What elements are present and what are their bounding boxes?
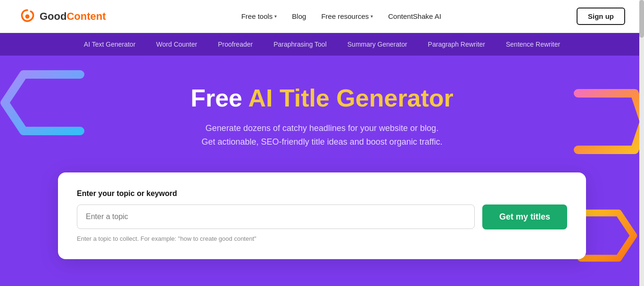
deco-left-icon [0,65,90,159]
subnav-item-summary-generator[interactable]: Summary Generator [337,33,418,56]
subnav-item-sentence-rewriter[interactable]: Sentence Rewriter [495,33,570,56]
card-input-row: Get my titles [77,204,567,229]
nav-free-tools[interactable]: Free tools ▾ [241,12,277,20]
subnav-item-paraphrasing-tool[interactable]: Paraphrasing Tool [263,33,337,56]
logo[interactable]: GoodContent [19,8,106,25]
scrollbar[interactable] [639,0,644,286]
card-hint: Enter a topic to collect. For example: "… [77,235,567,242]
svg-point-0 [25,14,30,18]
logo-content: Content [66,10,106,22]
logo-good: Good [40,10,66,22]
sign-up-button[interactable]: Sign up [577,8,625,25]
subnav-item-proofreader[interactable]: Proofreader [207,33,263,56]
header: GoodContent Free tools ▾ Blog Free resou… [0,0,644,33]
chevron-down-icon: ▾ [274,14,277,19]
main-nav: Free tools ▾ Blog Free resources ▾ Conte… [241,12,441,20]
subnav-item-paragraph-rewriter[interactable]: Paragraph Rewriter [418,33,495,56]
get-titles-button[interactable]: Get my titles [482,204,567,229]
header-right: Sign up [577,8,625,25]
subnav-item-word-counter[interactable]: Word Counter [146,33,207,56]
logo-icon [19,8,36,25]
nav-contentshake[interactable]: ContentShake AI [388,12,441,20]
chevron-down-icon: ▾ [371,14,373,19]
deco-right-top-icon [569,84,644,169]
hero-title-highlight: AI Title Generator [248,84,453,112]
subnav: AI Text Generator Word Counter Proofread… [0,33,644,56]
card-label: Enter your topic or keyword [77,189,567,198]
nav-free-resources[interactable]: Free resources ▾ [321,12,373,20]
topic-input[interactable] [77,204,475,229]
hero-section: Free AI Title Generator Generate dozens … [0,56,644,286]
nav-blog[interactable]: Blog [292,12,306,20]
hero-subtitle: Generate dozens of catchy headlines for … [202,122,443,149]
subnav-item-ai-text-generator[interactable]: AI Text Generator [74,33,146,56]
title-generator-card: Enter your topic or keyword Get my title… [58,172,586,259]
scrollbar-thumb[interactable] [639,0,644,38]
hero-title: Free AI Title Generator [190,84,454,112]
